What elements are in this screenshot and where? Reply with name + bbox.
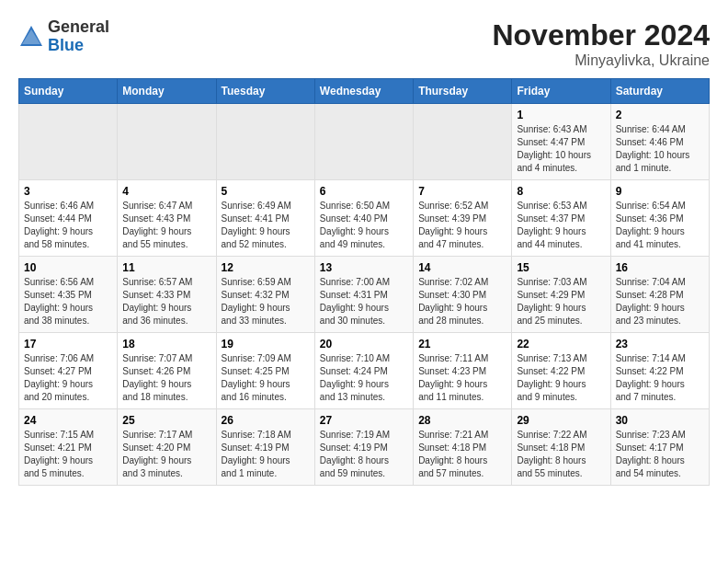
page-title: November 2024 xyxy=(492,18,710,52)
day-cell: 5Sunrise: 6:49 AM Sunset: 4:41 PM Daylig… xyxy=(216,180,314,257)
day-number: 10 xyxy=(24,261,112,274)
day-cell: 6Sunrise: 6:50 AM Sunset: 4:40 PM Daylig… xyxy=(314,180,413,257)
day-number: 26 xyxy=(222,414,310,427)
day-number: 11 xyxy=(122,261,210,274)
header-cell-saturday: Saturday xyxy=(610,79,709,104)
day-number: 12 xyxy=(222,261,310,274)
day-info: Sunrise: 6:50 AM Sunset: 4:40 PM Dayligh… xyxy=(320,200,408,251)
page-subtitle: Minyaylivka, Ukraine xyxy=(492,52,710,69)
day-number: 16 xyxy=(616,261,704,274)
day-number: 9 xyxy=(616,185,704,198)
day-number: 1 xyxy=(517,109,605,121)
week-row-3: 10Sunrise: 6:56 AM Sunset: 4:35 PM Dayli… xyxy=(19,257,710,333)
day-info: Sunrise: 7:06 AM Sunset: 4:27 PM Dayligh… xyxy=(24,352,112,404)
day-cell: 8Sunrise: 6:53 AM Sunset: 4:37 PM Daylig… xyxy=(512,180,610,257)
page-header: General Blue November 2024 Minyaylivka, … xyxy=(18,18,710,69)
day-number: 24 xyxy=(24,414,112,427)
day-cell: 2Sunrise: 6:44 AM Sunset: 4:46 PM Daylig… xyxy=(610,104,709,180)
day-cell xyxy=(19,104,118,180)
day-number: 19 xyxy=(222,338,310,350)
day-cell: 11Sunrise: 6:57 AM Sunset: 4:33 PM Dayli… xyxy=(118,257,216,333)
day-info: Sunrise: 7:14 AM Sunset: 4:22 PM Dayligh… xyxy=(616,352,704,404)
day-info: Sunrise: 7:07 AM Sunset: 4:26 PM Dayligh… xyxy=(122,352,210,404)
day-number: 6 xyxy=(320,185,408,198)
day-number: 8 xyxy=(517,185,605,198)
day-cell: 21Sunrise: 7:11 AM Sunset: 4:23 PM Dayli… xyxy=(414,333,512,409)
day-number: 21 xyxy=(418,338,506,350)
day-info: Sunrise: 6:56 AM Sunset: 4:35 PM Dayligh… xyxy=(24,276,112,327)
day-number: 7 xyxy=(418,185,506,198)
day-number: 2 xyxy=(616,109,704,121)
svg-marker-1 xyxy=(22,29,40,44)
day-info: Sunrise: 7:17 AM Sunset: 4:20 PM Dayligh… xyxy=(122,429,210,480)
day-info: Sunrise: 6:54 AM Sunset: 4:36 PM Dayligh… xyxy=(616,200,704,251)
day-info: Sunrise: 7:10 AM Sunset: 4:24 PM Dayligh… xyxy=(320,352,408,404)
day-info: Sunrise: 7:22 AM Sunset: 4:18 PM Dayligh… xyxy=(517,429,605,480)
week-row-2: 3Sunrise: 6:46 AM Sunset: 4:44 PM Daylig… xyxy=(19,180,710,257)
day-cell: 15Sunrise: 7:03 AM Sunset: 4:29 PM Dayli… xyxy=(512,257,610,333)
header-cell-thursday: Thursday xyxy=(414,79,512,104)
day-info: Sunrise: 7:02 AM Sunset: 4:30 PM Dayligh… xyxy=(418,276,506,327)
day-cell: 1Sunrise: 6:43 AM Sunset: 4:47 PM Daylig… xyxy=(512,104,610,180)
week-row-4: 17Sunrise: 7:06 AM Sunset: 4:27 PM Dayli… xyxy=(19,333,710,409)
day-info: Sunrise: 7:18 AM Sunset: 4:19 PM Dayligh… xyxy=(222,429,310,480)
day-number: 4 xyxy=(122,185,210,198)
header-row: SundayMondayTuesdayWednesdayThursdayFrid… xyxy=(19,79,710,104)
day-cell: 20Sunrise: 7:10 AM Sunset: 4:24 PM Dayli… xyxy=(314,333,413,409)
week-row-5: 24Sunrise: 7:15 AM Sunset: 4:21 PM Dayli… xyxy=(19,409,710,486)
day-number: 20 xyxy=(320,338,408,350)
day-cell: 7Sunrise: 6:52 AM Sunset: 4:39 PM Daylig… xyxy=(414,180,512,257)
day-number: 28 xyxy=(418,414,506,427)
day-cell xyxy=(118,104,216,180)
day-number: 27 xyxy=(320,414,408,427)
day-cell: 28Sunrise: 7:21 AM Sunset: 4:18 PM Dayli… xyxy=(414,409,512,486)
day-number: 25 xyxy=(122,414,210,427)
day-number: 15 xyxy=(517,261,605,274)
day-cell: 13Sunrise: 7:00 AM Sunset: 4:31 PM Dayli… xyxy=(314,257,413,333)
day-cell xyxy=(216,104,314,180)
day-cell: 9Sunrise: 6:54 AM Sunset: 4:36 PM Daylig… xyxy=(610,180,709,257)
day-cell: 22Sunrise: 7:13 AM Sunset: 4:22 PM Dayli… xyxy=(512,333,610,409)
day-info: Sunrise: 7:03 AM Sunset: 4:29 PM Dayligh… xyxy=(517,276,605,327)
calendar-table: SundayMondayTuesdayWednesdayThursdayFrid… xyxy=(18,78,710,486)
day-info: Sunrise: 7:19 AM Sunset: 4:19 PM Dayligh… xyxy=(320,429,408,480)
day-info: Sunrise: 6:43 AM Sunset: 4:47 PM Dayligh… xyxy=(517,123,605,175)
header-cell-friday: Friday xyxy=(512,79,610,104)
day-cell: 18Sunrise: 7:07 AM Sunset: 4:26 PM Dayli… xyxy=(118,333,216,409)
day-info: Sunrise: 7:13 AM Sunset: 4:22 PM Dayligh… xyxy=(517,352,605,404)
day-info: Sunrise: 7:15 AM Sunset: 4:21 PM Dayligh… xyxy=(24,429,112,480)
calendar-header: SundayMondayTuesdayWednesdayThursdayFrid… xyxy=(19,79,710,104)
header-cell-monday: Monday xyxy=(118,79,216,104)
day-number: 30 xyxy=(616,414,704,427)
logo-text: General Blue xyxy=(48,18,109,55)
calendar-body: 1Sunrise: 6:43 AM Sunset: 4:47 PM Daylig… xyxy=(19,104,710,486)
day-info: Sunrise: 6:53 AM Sunset: 4:37 PM Dayligh… xyxy=(517,200,605,251)
day-cell: 30Sunrise: 7:23 AM Sunset: 4:17 PM Dayli… xyxy=(610,409,709,486)
day-number: 18 xyxy=(122,338,210,350)
day-info: Sunrise: 7:04 AM Sunset: 4:28 PM Dayligh… xyxy=(616,276,704,327)
day-number: 5 xyxy=(222,185,310,198)
day-number: 22 xyxy=(517,338,605,350)
day-info: Sunrise: 6:46 AM Sunset: 4:44 PM Dayligh… xyxy=(24,200,112,251)
day-cell: 29Sunrise: 7:22 AM Sunset: 4:18 PM Dayli… xyxy=(512,409,610,486)
day-cell: 17Sunrise: 7:06 AM Sunset: 4:27 PM Dayli… xyxy=(19,333,118,409)
logo-blue: Blue xyxy=(48,37,109,55)
day-cell: 3Sunrise: 6:46 AM Sunset: 4:44 PM Daylig… xyxy=(19,180,118,257)
header-cell-wednesday: Wednesday xyxy=(314,79,413,104)
day-number: 13 xyxy=(320,261,408,274)
day-info: Sunrise: 6:47 AM Sunset: 4:43 PM Dayligh… xyxy=(122,200,210,251)
day-info: Sunrise: 7:00 AM Sunset: 4:31 PM Dayligh… xyxy=(320,276,408,327)
day-cell: 25Sunrise: 7:17 AM Sunset: 4:20 PM Dayli… xyxy=(118,409,216,486)
day-info: Sunrise: 7:11 AM Sunset: 4:23 PM Dayligh… xyxy=(418,352,506,404)
day-cell xyxy=(414,104,512,180)
day-cell: 19Sunrise: 7:09 AM Sunset: 4:25 PM Dayli… xyxy=(216,333,314,409)
day-cell xyxy=(314,104,413,180)
day-number: 29 xyxy=(517,414,605,427)
day-number: 14 xyxy=(418,261,506,274)
title-block: November 2024 Minyaylivka, Ukraine xyxy=(492,18,710,69)
day-info: Sunrise: 6:44 AM Sunset: 4:46 PM Dayligh… xyxy=(616,123,704,175)
day-number: 23 xyxy=(616,338,704,350)
day-cell: 23Sunrise: 7:14 AM Sunset: 4:22 PM Dayli… xyxy=(610,333,709,409)
day-cell: 16Sunrise: 7:04 AM Sunset: 4:28 PM Dayli… xyxy=(610,257,709,333)
day-info: Sunrise: 7:09 AM Sunset: 4:25 PM Dayligh… xyxy=(222,352,310,404)
